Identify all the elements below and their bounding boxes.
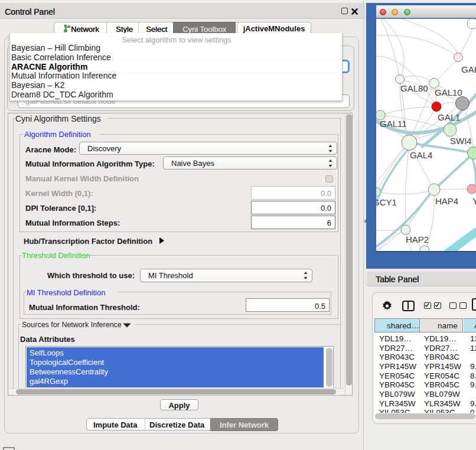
- svg-text:GAL4: GAL4: [410, 150, 432, 160]
- svg-text:GAL11: GAL11: [380, 119, 407, 129]
- svg-text:SWI4: SWI4: [450, 136, 472, 146]
- svg-text:GCY1: GCY1: [376, 197, 397, 207]
- svg-text:Y: Y: [472, 196, 476, 206]
- svg-text:GAL80: GAL80: [400, 83, 428, 93]
- svg-text:GAL10: GAL10: [435, 87, 462, 97]
- svg-text:GAL1: GAL1: [438, 112, 460, 122]
- svg-text:HAP4: HAP4: [435, 196, 458, 206]
- svg-text:GAL7: GAL7: [461, 64, 476, 74]
- svg-text:HAP2: HAP2: [406, 234, 429, 244]
